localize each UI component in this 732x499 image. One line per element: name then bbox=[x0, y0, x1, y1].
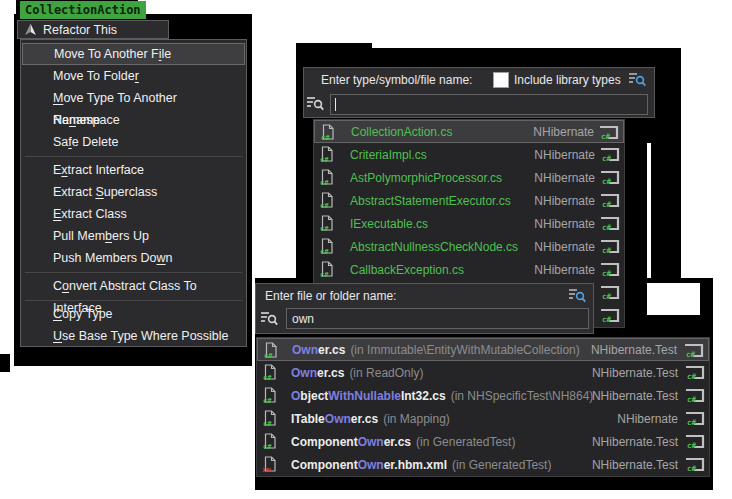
type-result-row[interactable]: c#IExecutable.csNHibernatec# bbox=[314, 212, 624, 235]
svg-text:c#: c# bbox=[687, 372, 697, 380]
csharp-project-icon: c# bbox=[598, 125, 619, 140]
menu-item-safe-delete[interactable]: Safe Delete bbox=[22, 131, 245, 153]
csharp-project-icon: c# bbox=[684, 411, 705, 426]
menu-item-rename[interactable]: Rename bbox=[22, 109, 245, 131]
file-path: (in NHSpecificTest\NH864) bbox=[451, 389, 594, 403]
menu-item-move-type-to-another-namespace[interactable]: Move Type To Another Namespace bbox=[22, 87, 245, 109]
csharp-project-icon: c# bbox=[684, 434, 705, 449]
project-name: NHibernate.Test bbox=[592, 458, 678, 472]
file-name: CallbackException.cs bbox=[350, 263, 464, 277]
type-result-row[interactable]: c#CallbackException.csNHibernatec# bbox=[314, 258, 624, 281]
svg-text:c#: c# bbox=[263, 443, 272, 450]
type-search-input[interactable] bbox=[330, 94, 648, 115]
type-result-row[interactable]: c#AbstractNullnessCheckNode.csNHibernate… bbox=[314, 235, 624, 258]
include-library-types-checkbox[interactable] bbox=[493, 72, 509, 88]
csharp-file-icon: c# bbox=[263, 342, 279, 358]
csharp-file-icon: c# bbox=[262, 433, 278, 449]
csharp-file-icon: c# bbox=[319, 215, 335, 231]
csharp-file-icon: c# bbox=[320, 124, 336, 140]
refactor-this-header[interactable]: Refactor This bbox=[17, 20, 169, 39]
file-result-row[interactable]: c#Owner.cs(in ReadOnly)NHibernate.Testc# bbox=[257, 361, 709, 384]
csharp-file-icon: c# bbox=[262, 410, 278, 426]
csharp-file-icon: c# bbox=[319, 169, 335, 185]
project-name: NHibernate.Test bbox=[592, 366, 678, 380]
menu-item-move-to-another-file[interactable]: Move To Another File bbox=[22, 43, 245, 65]
file-result-row[interactable]: XMLComponentOwner.hbm.xml(in GeneratedTe… bbox=[257, 453, 709, 476]
file-result-row[interactable]: c#ObjectWithNullableInt32.cs(in NHSpecif… bbox=[257, 384, 709, 407]
svg-text:c#: c# bbox=[602, 269, 612, 277]
file-search-input[interactable] bbox=[286, 308, 589, 329]
csharp-file-icon: c# bbox=[319, 238, 335, 254]
backdrop-popup1-right bbox=[651, 142, 681, 283]
type-result-row[interactable]: c#CriteriaImpl.csNHibernatec# bbox=[314, 143, 624, 166]
project-name: NHibernate bbox=[617, 412, 678, 426]
svg-text:c#: c# bbox=[263, 374, 272, 381]
type-result-row[interactable]: c#CollectionAction.csNHibernatec# bbox=[314, 120, 624, 143]
refactor-menu: Move To Another FileMove To FolderMove T… bbox=[20, 39, 247, 347]
xml-file-icon: XML bbox=[262, 456, 278, 472]
csharp-project-icon: c# bbox=[684, 388, 705, 403]
svg-text:c#: c# bbox=[602, 223, 612, 231]
type-popup-prompt: Enter type/symbol/file name: bbox=[321, 73, 472, 87]
svg-text:c#: c# bbox=[602, 200, 612, 208]
refactor-this-title: Refactor This bbox=[43, 23, 117, 37]
svg-text:XML: XML bbox=[263, 467, 274, 473]
menu-item-use-base-type-where-possible[interactable]: Use Base Type Where Possible bbox=[22, 325, 245, 347]
screenshot-stage: CollectionAction Refactor This Move To A… bbox=[0, 0, 732, 499]
svg-text:c#: c# bbox=[320, 156, 329, 163]
search-options-icon[interactable] bbox=[628, 71, 647, 92]
menu-item-extract-interface[interactable]: Extract Interface bbox=[22, 159, 245, 181]
type-result-row[interactable]: c#AbstractStatementExecutor.csNHibernate… bbox=[314, 189, 624, 212]
file-name: Owner.cs(in ReadOnly) bbox=[291, 366, 423, 380]
svg-text:c#: c# bbox=[686, 350, 696, 358]
menu-item-copy-type[interactable]: Copy Type bbox=[22, 303, 245, 325]
csharp-project-icon: c# bbox=[599, 170, 620, 185]
svg-text:c#: c# bbox=[601, 132, 611, 140]
svg-text:c#: c# bbox=[320, 202, 329, 209]
menu-item-extract-class[interactable]: Extract Class bbox=[22, 203, 245, 225]
csharp-project-icon: c# bbox=[599, 216, 620, 231]
csharp-file-icon: c# bbox=[319, 146, 335, 162]
menu-item-move-to-folder[interactable]: Move To Folder bbox=[22, 65, 245, 87]
csharp-project-icon: c# bbox=[599, 285, 620, 300]
search-icon bbox=[306, 95, 325, 116]
svg-text:c#: c# bbox=[687, 441, 697, 449]
svg-text:c#: c# bbox=[264, 352, 273, 359]
project-name: NHibernate.Test bbox=[591, 343, 677, 357]
menu-item-extract-superclass[interactable]: Extract Superclass bbox=[22, 181, 245, 203]
file-result-row[interactable]: c#ITableOwner.cs(in Mapping)NHibernatec# bbox=[257, 407, 709, 430]
menu-separator bbox=[25, 156, 242, 157]
file-name: CriteriaImpl.cs bbox=[350, 148, 427, 162]
file-result-row[interactable]: c#ComponentOwner.cs(in GeneratedTest)NHi… bbox=[257, 430, 709, 453]
project-name: NHibernate bbox=[534, 194, 595, 208]
svg-text:c#: c# bbox=[263, 420, 272, 427]
file-path: (in Immutable\EntityWithMutableCollectio… bbox=[350, 343, 579, 357]
include-library-types-label[interactable]: Include library types bbox=[514, 73, 621, 87]
search-options-icon[interactable] bbox=[568, 287, 587, 308]
svg-text:c#: c# bbox=[602, 154, 612, 162]
file-path: (in GeneratedTest) bbox=[416, 435, 515, 449]
backdrop-white-gap bbox=[647, 283, 700, 315]
svg-text:c#: c# bbox=[687, 464, 697, 472]
svg-text:c#: c# bbox=[687, 418, 697, 426]
file-popup-prompt: Enter file or folder name: bbox=[265, 289, 396, 303]
file-result-row[interactable]: c#Owner.cs(in Immutable\EntityWithMutabl… bbox=[257, 338, 709, 361]
menu-item-convert-abstract-class-to-interface[interactable]: Convert Abstract Class To Interface bbox=[22, 275, 245, 297]
csharp-project-icon: c# bbox=[684, 457, 705, 472]
menu-item-push-members-down[interactable]: Push Members Down bbox=[22, 247, 245, 269]
svg-text:c#: c# bbox=[602, 292, 612, 300]
svg-text:c#: c# bbox=[320, 248, 329, 255]
type-result-row[interactable]: c#AstPolymorphicProcessor.csNHibernatec# bbox=[314, 166, 624, 189]
menu-separator bbox=[25, 272, 242, 273]
csharp-file-icon: c# bbox=[319, 261, 335, 277]
refactor-pyramid-icon bbox=[24, 23, 37, 36]
menu-item-pull-members-up[interactable]: Pull Members Up bbox=[22, 225, 245, 247]
file-path: (in GeneratedTest) bbox=[452, 458, 551, 472]
svg-text:c#: c# bbox=[602, 315, 612, 323]
file-name: AbstractNullnessCheckNode.cs bbox=[350, 240, 518, 254]
project-name: NHibernate bbox=[534, 263, 595, 277]
text-caret bbox=[335, 98, 336, 111]
file-path: (in ReadOnly) bbox=[349, 366, 423, 380]
file-path: (in Mapping) bbox=[383, 412, 450, 426]
csharp-file-icon: c# bbox=[262, 364, 278, 380]
